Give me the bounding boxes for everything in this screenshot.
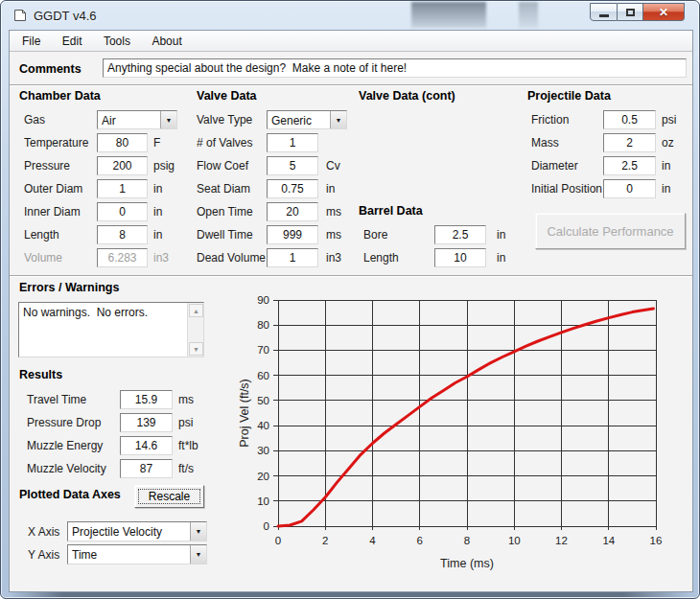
client-area: File Edit Tools About Comments Chamber D… — [9, 30, 693, 592]
close-button[interactable]: ✕ — [643, 3, 685, 21]
menu-about[interactable]: About — [143, 31, 190, 51]
y-axis-combo[interactable]: Time ▼ — [67, 544, 207, 564]
svg-text:80: 80 — [257, 319, 269, 331]
barrel-length-input[interactable] — [434, 248, 486, 267]
chamber-length-unit: in — [153, 228, 162, 242]
glass-reflection — [411, 2, 486, 28]
inner-diam-unit: in — [153, 205, 162, 219]
pressure-input[interactable] — [97, 156, 148, 175]
comments-input[interactable] — [103, 58, 687, 78]
inner-diam-label: Inner Diam — [24, 205, 81, 219]
scroll-up-icon[interactable]: ▲ — [189, 304, 203, 317]
muzzle-velocity-label: Muzzle Velocity — [27, 462, 106, 475]
maximize-button[interactable] — [618, 3, 643, 21]
scroll-down-icon[interactable]: ▼ — [189, 342, 203, 356]
errors-scrollbar[interactable]: ▲ ▼ — [187, 303, 203, 357]
svg-text:10: 10 — [257, 495, 269, 507]
frame-bottom-shade — [9, 592, 691, 597]
open-time-input[interactable] — [267, 202, 318, 221]
minimize-button[interactable] — [590, 3, 618, 21]
chevron-down-icon[interactable]: ▼ — [190, 545, 206, 564]
svg-text:0: 0 — [264, 520, 269, 532]
num-valves-label: # of Valves — [197, 136, 252, 150]
svg-text:16: 16 — [650, 535, 663, 546]
title-bar: GGDT v4.6 ✕ — [1, 1, 699, 30]
svg-text:70: 70 — [257, 344, 269, 356]
valve-type-value: Generic — [268, 111, 330, 128]
outer-diam-input[interactable] — [97, 179, 148, 198]
app-form-icon — [12, 8, 28, 23]
gas-label: Gas — [24, 113, 45, 127]
svg-text:30: 30 — [257, 445, 269, 456]
errors-warnings-box[interactable]: No warnings. No errors. ▲ ▼ — [18, 302, 204, 357]
initial-position-input[interactable] — [603, 179, 656, 198]
valve-type-label: Valve Type — [197, 113, 252, 127]
menu-edit[interactable]: Edit — [54, 31, 91, 51]
menu-file[interactable]: File — [13, 31, 49, 51]
diameter-unit: in — [662, 159, 670, 173]
dwell-time-input[interactable] — [267, 225, 318, 244]
separator — [10, 275, 692, 277]
flow-coef-input[interactable] — [267, 156, 318, 175]
velocity-time-chart: 02468101214160102030405060708090Time (ms… — [237, 282, 691, 590]
bore-input[interactable] — [434, 225, 486, 244]
pressure-drop-unit: psi — [178, 416, 193, 429]
svg-text:20: 20 — [257, 471, 269, 482]
svg-text:14: 14 — [602, 535, 615, 546]
outer-diam-unit: in — [153, 182, 162, 196]
temperature-unit: F — [153, 136, 160, 150]
bore-label: Bore — [363, 228, 387, 242]
travel-time-unit: ms — [178, 393, 194, 406]
initial-position-label: Initial Position — [531, 182, 602, 196]
x-axis-value: Projectile Velocity — [68, 522, 190, 541]
friction-unit: psi — [662, 113, 676, 127]
app-window: GGDT v4.6 ✕ File Edit Tools About Commen… — [0, 0, 700, 599]
inner-diam-input[interactable] — [97, 202, 148, 221]
chamber-data-header: Chamber Data — [19, 89, 101, 103]
separator — [10, 84, 692, 86]
svg-text:40: 40 — [257, 420, 269, 431]
gas-combo[interactable]: Air ▼ — [97, 110, 177, 129]
travel-time-value — [120, 390, 173, 409]
svg-text:12: 12 — [555, 535, 568, 546]
menu-tools[interactable]: Tools — [95, 31, 139, 51]
svg-text:60: 60 — [257, 370, 269, 381]
results-header: Results — [19, 368, 62, 381]
chevron-down-icon[interactable]: ▼ — [190, 522, 206, 541]
flow-coef-unit: Cv — [326, 159, 340, 173]
x-axis-combo[interactable]: Projectile Velocity ▼ — [67, 521, 207, 541]
initial-position-unit: in — [662, 182, 670, 196]
svg-text:90: 90 — [257, 294, 269, 306]
glass-reflection — [519, 2, 538, 28]
window-title: GGDT v4.6 — [34, 9, 97, 23]
dead-volume-input[interactable] — [267, 248, 318, 267]
valve-type-combo[interactable]: Generic ▼ — [267, 110, 347, 129]
svg-text:8: 8 — [464, 535, 470, 546]
muzzle-velocity-value — [120, 459, 173, 478]
diameter-input[interactable] — [603, 156, 656, 175]
rescale-button[interactable]: Rescale — [134, 485, 204, 508]
open-time-label: Open Time — [197, 205, 253, 219]
chevron-down-icon[interactable]: ▼ — [160, 111, 176, 128]
friction-input[interactable] — [603, 110, 656, 129]
mass-label: Mass — [531, 136, 559, 150]
barrel-length-label: Length — [363, 251, 399, 265]
muzzle-velocity-unit: ft/s — [178, 462, 194, 475]
pressure-drop-label: Pressure Drop — [27, 416, 101, 429]
chamber-length-input[interactable] — [97, 225, 148, 244]
svg-text:Time (ms): Time (ms) — [440, 557, 494, 570]
x-axis-label: X Axis — [28, 525, 59, 539]
temperature-input[interactable] — [97, 133, 148, 152]
volume-unit: in3 — [153, 251, 169, 265]
svg-text:50: 50 — [257, 395, 269, 406]
seat-diam-input[interactable] — [267, 179, 318, 198]
svg-text:6: 6 — [417, 535, 423, 546]
dwell-time-unit: ms — [326, 228, 341, 242]
seat-diam-unit: in — [326, 182, 335, 196]
chevron-down-icon[interactable]: ▼ — [330, 111, 346, 128]
calculate-performance-button[interactable]: Calculate Performance — [535, 213, 686, 249]
num-valves-input[interactable] — [267, 133, 318, 152]
mass-input[interactable] — [603, 133, 656, 152]
dead-volume-label: Dead Volume — [197, 251, 266, 265]
y-axis-value: Time — [68, 545, 190, 564]
